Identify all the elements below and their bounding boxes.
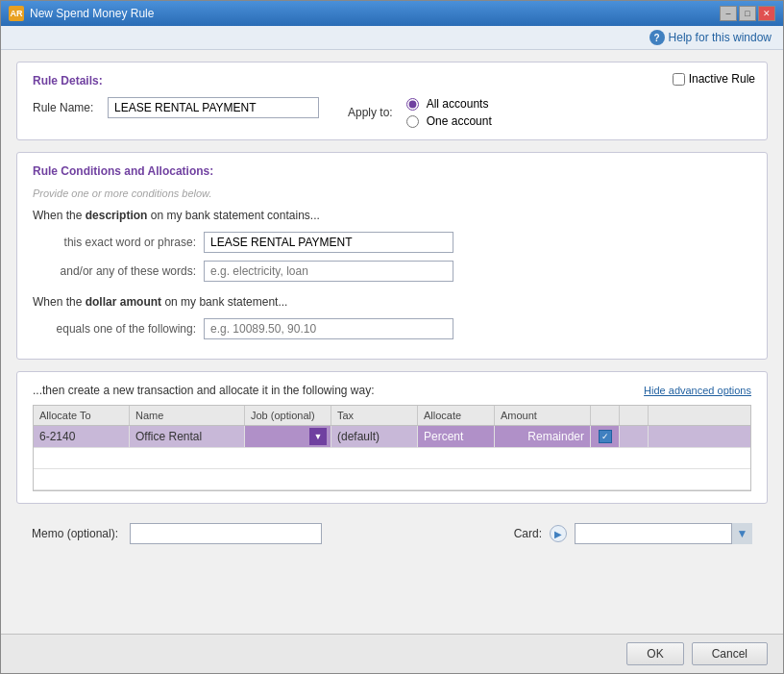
allocate-header-row: ...then create a new transaction and all… (33, 384, 751, 397)
rule-name-label: Rule Name: (33, 101, 100, 114)
card-label: Card: (514, 527, 542, 540)
main-window: AR New Spend Money Rule – □ ✕ ? Help for… (0, 0, 784, 674)
inactive-rule-container: Inactive Rule (673, 72, 755, 86)
when-amount-suffix: on my bank statement... (161, 295, 287, 309)
all-accounts-radio[interactable] (406, 98, 419, 111)
memo-input[interactable] (130, 523, 322, 544)
card-input[interactable] (575, 523, 752, 544)
td-job[interactable]: ▼ (245, 426, 331, 447)
th-job: Job (optional) (245, 406, 331, 425)
exact-phrase-input[interactable] (204, 232, 453, 253)
any-words-row: and/or any of these words: (33, 261, 751, 282)
th-action (620, 406, 649, 425)
rule-name-input[interactable]: LEASE RENTAL PAYMENT (108, 97, 319, 118)
when-description-text: When the description on my bank statemen… (33, 209, 751, 222)
td-check[interactable]: ✓ (591, 426, 620, 447)
maximize-button[interactable]: □ (739, 6, 756, 21)
td-amount: Remainder (495, 426, 591, 447)
card-arrow-icon[interactable]: ▶ (550, 525, 567, 542)
apply-radios: All accounts One account (406, 97, 492, 128)
when-desc-bold: description (86, 209, 148, 222)
close-button[interactable]: ✕ (758, 6, 775, 21)
conditions-section: Rule Conditions and Allocations: Provide… (16, 152, 768, 360)
title-bar: AR New Spend Money Rule – □ ✕ (1, 1, 783, 26)
allocate-section: ...then create a new transaction and all… (16, 371, 768, 504)
th-allocate-to: Allocate To (34, 406, 130, 425)
rule-details-row: Rule Name: LEASE RENTAL PAYMENT Apply to… (33, 97, 751, 128)
th-name: Name (130, 406, 245, 425)
empty-row-1 (34, 448, 750, 469)
exact-phrase-label: this exact word or phrase: (33, 236, 196, 249)
row-checkbox[interactable]: ✓ (599, 430, 612, 443)
allocate-table: Allocate To Name Job (optional) Tax Allo… (33, 405, 751, 491)
exact-phrase-row: this exact word or phrase: (33, 232, 751, 253)
help-text: Help for this window (669, 31, 772, 44)
equals-label: equals one of the following: (33, 322, 196, 336)
card-dropdown-button[interactable]: ▼ (731, 523, 752, 544)
when-desc-prefix: When the (33, 209, 86, 222)
one-account-label: One account (427, 114, 492, 128)
title-bar-buttons: – □ ✕ (720, 6, 775, 21)
table-row[interactable]: 6-2140 Office Rental ▼ (default) Percent… (34, 426, 750, 448)
inactive-rule-label: Inactive Rule (689, 72, 755, 86)
cancel-button[interactable]: Cancel (692, 642, 768, 665)
content-area: Rule Details: Inactive Rule Rule Name: L… (1, 50, 783, 634)
when-amount-text: When the dollar amount on my bank statem… (33, 295, 751, 309)
apply-to-col: Apply to: All accounts One account (348, 97, 492, 128)
job-dropdown-arrow[interactable]: ▼ (309, 428, 327, 445)
apply-to-label: Apply to: (348, 106, 393, 119)
inactive-rule-checkbox[interactable] (673, 73, 685, 86)
td-allocate: Percent (418, 426, 495, 447)
when-amount-prefix: When the (33, 295, 86, 309)
td-allocate-to: 6-2140 (34, 426, 130, 447)
empty-row-2 (34, 469, 750, 490)
rule-name-col: Rule Name: LEASE RENTAL PAYMENT (33, 97, 319, 118)
th-tax: Tax (331, 406, 418, 425)
table-header: Allocate To Name Job (optional) Tax Allo… (34, 406, 750, 426)
td-tax: (default) (331, 426, 418, 447)
title-bar-left: AR New Spend Money Rule (9, 6, 154, 21)
help-icon: ? (649, 30, 665, 45)
hide-advanced-link[interactable]: Hide advanced options (644, 385, 751, 396)
help-link[interactable]: ? Help for this window (649, 30, 772, 45)
conditions-title: Rule Conditions and Allocations: (33, 164, 751, 178)
equals-row: equals one of the following: (33, 318, 751, 339)
help-bar: ? Help for this window (1, 26, 783, 50)
any-words-label: and/or any of these words: (33, 264, 196, 278)
rule-details-title: Rule Details: (33, 74, 751, 87)
card-section: Card: ▶ ▼ (514, 523, 752, 544)
equals-input[interactable] (204, 318, 453, 339)
all-accounts-row: All accounts (406, 97, 492, 111)
one-account-radio[interactable] (406, 115, 419, 128)
any-words-input[interactable] (204, 261, 453, 282)
ok-button[interactable]: OK (626, 642, 683, 665)
when-desc-suffix: on my bank statement contains... (147, 209, 319, 222)
window-title: New Spend Money Rule (30, 7, 154, 20)
when-amount-bold: dollar amount (86, 295, 161, 309)
app-icon: AR (9, 6, 24, 21)
th-amount: Amount (495, 406, 591, 425)
one-account-row: One account (406, 114, 492, 128)
minimize-button[interactable]: – (720, 6, 737, 21)
memo-label: Memo (optional): (32, 527, 118, 540)
card-input-wrapper: ▼ (575, 523, 752, 544)
memo-card-row: Memo (optional): Card: ▶ ▼ (16, 515, 768, 552)
rule-details-section: Rule Details: Inactive Rule Rule Name: L… (16, 62, 768, 140)
th-check (591, 406, 620, 425)
td-delete[interactable] (620, 426, 649, 447)
allocate-description: ...then create a new transaction and all… (33, 384, 375, 397)
footer: OK Cancel (1, 634, 783, 673)
th-allocate: Allocate (418, 406, 495, 425)
all-accounts-label: All accounts (427, 97, 489, 111)
conditions-subtitle: Provide one or more conditions below. (33, 187, 751, 199)
td-name: Office Rental (130, 426, 245, 447)
